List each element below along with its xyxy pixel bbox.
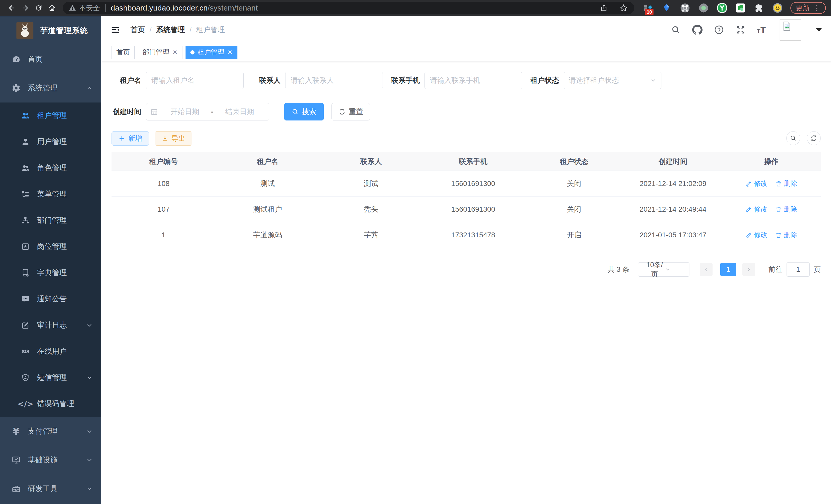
- breadcrumb-separator: /: [149, 26, 152, 34]
- url-host: dashboard.yudao.iocoder.cn: [111, 4, 208, 12]
- security-status[interactable]: 不安全: [69, 3, 100, 12]
- delete-link[interactable]: 删除: [775, 205, 797, 214]
- close-icon[interactable]: ✕: [172, 49, 177, 56]
- sidebar-item-label: 错误码管理: [37, 399, 74, 409]
- reset-button[interactable]: 重置: [332, 103, 370, 120]
- user-icon: [21, 137, 30, 147]
- extension-chat-icon[interactable]: [736, 3, 746, 13]
- extension-tampermonkey-icon[interactable]: 10: [643, 3, 653, 13]
- cell-mobile: 15601691300: [423, 205, 524, 213]
- contact-input[interactable]: [285, 72, 383, 89]
- column-header: 租户名: [216, 157, 320, 167]
- status-select[interactable]: 请选择租户状态: [564, 72, 661, 89]
- filter-mobile: 联系手机: [390, 72, 522, 89]
- cell-actions: 修改 删除: [722, 230, 821, 239]
- url-text[interactable]: dashboard.yudao.iocoder.cn/system/tenant: [111, 4, 258, 12]
- search-label: 搜索: [302, 107, 316, 117]
- table-row[interactable]: 108 测试 测试 15601691300 关闭 2021-12-14 21:0…: [112, 171, 821, 197]
- tag-home[interactable]: 首页: [112, 46, 135, 59]
- sidebar-item-role[interactable]: 角色管理: [0, 155, 101, 181]
- delete-label: 删除: [784, 205, 797, 214]
- extension-command-icon[interactable]: [680, 3, 690, 13]
- fullscreen-icon[interactable]: [736, 25, 746, 35]
- browser-back-icon[interactable]: [5, 1, 19, 14]
- table-row[interactable]: 107 测试租户 秃头 15601691300 关闭 2021-12-14 20…: [112, 197, 821, 222]
- close-icon[interactable]: ✕: [227, 49, 233, 56]
- browser-menu-kebab-icon[interactable]: ⋮: [813, 3, 821, 12]
- goto-page-input[interactable]: [786, 262, 810, 277]
- page-number-button[interactable]: 1: [720, 263, 736, 276]
- avatar[interactable]: [780, 19, 801, 40]
- prev-page-button[interactable]: [700, 263, 713, 276]
- sidebar-item-label: 用户管理: [37, 137, 67, 147]
- search-button[interactable]: 搜索: [284, 103, 324, 120]
- url-path: /system/tenant: [208, 4, 258, 12]
- sidebar-item-dev-tools[interactable]: 研发工具: [0, 474, 101, 503]
- extension-y-icon[interactable]: [717, 3, 727, 13]
- extension-recorder-icon[interactable]: [698, 3, 709, 13]
- edit-label: 修改: [754, 230, 768, 239]
- delete-link[interactable]: 删除: [775, 230, 797, 239]
- column-header: 租户状态: [524, 157, 624, 167]
- sidebar-item-payment[interactable]: ¥ 支付管理: [0, 417, 101, 446]
- sidebar-item-dept[interactable]: 部门管理: [0, 207, 101, 234]
- sidebar-item-post[interactable]: 岗位管理: [0, 234, 101, 260]
- page-unit-label: 页: [814, 265, 821, 274]
- table-row[interactable]: 1 芋道源码 芋艿 17321315478 开启 2021-01-05 17:0…: [112, 222, 821, 248]
- sidebar-item-user[interactable]: 用户管理: [0, 129, 101, 155]
- browser-update-button[interactable]: 更新 ⋮: [791, 2, 826, 14]
- help-icon[interactable]: [714, 25, 724, 35]
- edit-link[interactable]: 修改: [745, 230, 768, 239]
- tag-tenant[interactable]: 租户管理 ✕: [185, 46, 237, 59]
- extensions-puzzle-icon[interactable]: [754, 3, 764, 13]
- share-icon[interactable]: [600, 4, 608, 12]
- sidebar-toggle-icon[interactable]: [111, 25, 120, 35]
- sidebar-item-sms[interactable]: 短信管理: [0, 364, 101, 391]
- delete-link[interactable]: 删除: [775, 179, 797, 188]
- caret-down-icon[interactable]: [816, 28, 822, 32]
- tag-label: 租户管理: [198, 48, 224, 57]
- date-range-picker[interactable]: 开始日期 - 结束日期: [146, 103, 269, 120]
- browser-address-bar[interactable]: 不安全 dashboard.yudao.iocoder.cn/system/te…: [63, 2, 634, 14]
- sidebar-item-online-users[interactable]: 在线用户: [0, 338, 101, 364]
- filter-tenant-name: 租户名: [112, 72, 243, 89]
- breadcrumb-system[interactable]: 系统管理: [156, 25, 185, 35]
- tenant-name-input[interactable]: [146, 72, 243, 89]
- tenant-table: 租户编号 租户名 联系人 联系手机 租户状态 创建时间 操作 108 测试 测试…: [112, 152, 821, 248]
- breadcrumb-home[interactable]: 首页: [131, 25, 145, 35]
- browser-reload-icon[interactable]: [32, 1, 45, 14]
- page-size-select[interactable]: 10条/页: [638, 262, 689, 277]
- dictionary-icon: [21, 268, 30, 278]
- sidebar-item-system[interactable]: 系统管理: [0, 74, 101, 102]
- next-page-button[interactable]: [742, 263, 755, 276]
- sidebar-item-tenant[interactable]: 租户管理: [0, 102, 101, 129]
- extension-kite-icon[interactable]: [661, 3, 672, 13]
- sidebar-item-label: 租户管理: [37, 111, 67, 121]
- sidebar-item-notice[interactable]: 通知公告: [0, 286, 101, 312]
- dashboard-icon: [11, 55, 21, 64]
- sidebar-item-dict[interactable]: 字典管理: [0, 260, 101, 286]
- export-button[interactable]: 导出: [155, 131, 192, 146]
- add-button[interactable]: 新增: [112, 131, 149, 146]
- sidebar-logo-row[interactable]: 芋道管理系统: [0, 16, 101, 45]
- edit-link[interactable]: 修改: [745, 179, 768, 188]
- search-icon[interactable]: [671, 25, 681, 35]
- browser-forward-icon[interactable]: [19, 1, 32, 14]
- show-search-button[interactable]: [786, 131, 800, 145]
- sidebar-item-error-code[interactable]: </> 错误码管理: [0, 391, 101, 417]
- extension-emoji-icon[interactable]: [772, 3, 783, 13]
- field-label: 联系手机: [390, 76, 420, 85]
- sidebar-item-infrastructure[interactable]: 基础设施: [0, 446, 101, 474]
- bookmark-star-icon[interactable]: [619, 4, 628, 12]
- tag-dept[interactable]: 部门管理 ✕: [138, 46, 182, 59]
- sidebar-item-home[interactable]: 首页: [0, 45, 101, 74]
- mobile-input[interactable]: [425, 72, 522, 89]
- refresh-table-button[interactable]: [807, 131, 821, 145]
- github-icon[interactable]: [692, 25, 703, 35]
- message-icon: [21, 294, 30, 304]
- sidebar-item-audit-log[interactable]: 审计日志: [0, 312, 101, 338]
- sidebar-item-menu[interactable]: 菜单管理: [0, 181, 101, 207]
- font-size-icon[interactable]: TT: [757, 25, 766, 34]
- edit-link[interactable]: 修改: [745, 205, 768, 214]
- browser-home-icon[interactable]: [45, 1, 59, 14]
